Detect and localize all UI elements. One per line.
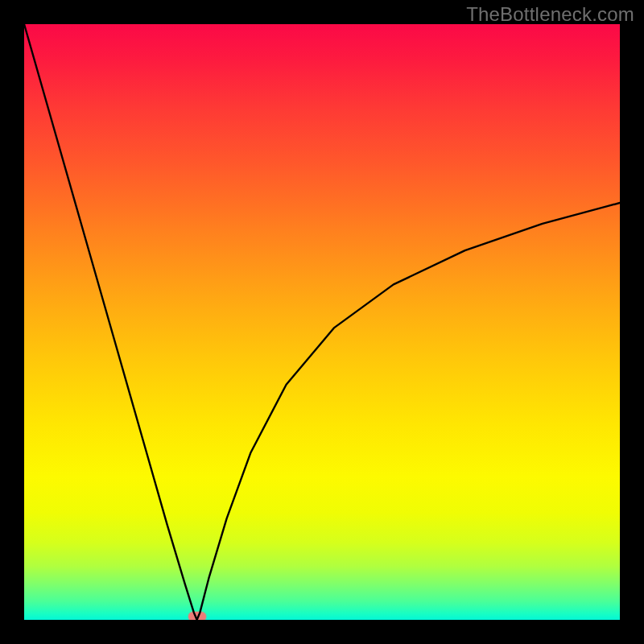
chart-frame: TheBottleneck.com [0, 0, 644, 644]
plot-area [24, 24, 620, 620]
watermark-text: TheBottleneck.com [466, 3, 634, 26]
curve-path [24, 24, 620, 620]
curve-line [24, 24, 620, 620]
